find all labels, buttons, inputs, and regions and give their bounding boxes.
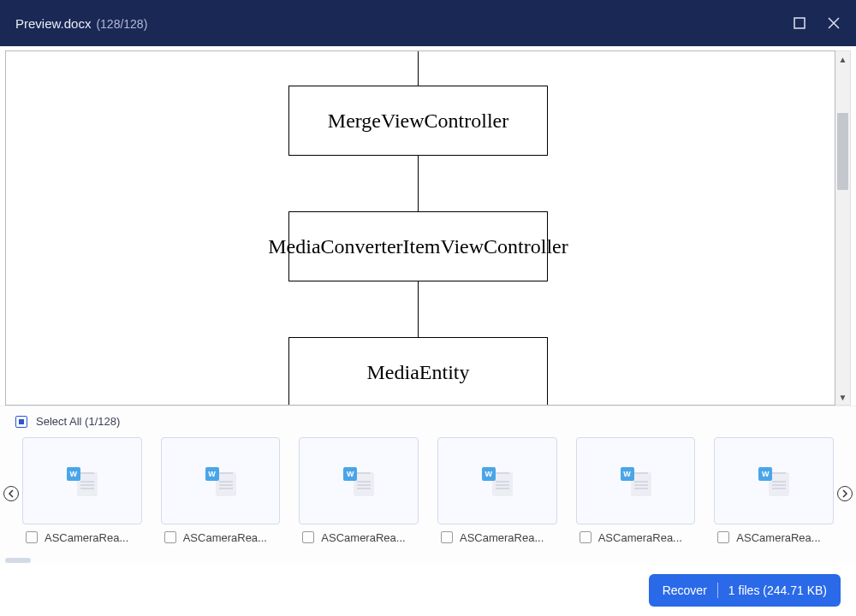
- document-icon: W: [621, 467, 651, 495]
- thumbnail-footer: ASCameraRea...: [714, 524, 834, 551]
- window-controls: [793, 16, 841, 30]
- thumbnail-card[interactable]: W ASCameraRea...: [161, 437, 281, 551]
- maximize-button[interactable]: [793, 16, 806, 30]
- diagram-box-label: MediaEntity: [367, 361, 470, 384]
- thumbnail-footer: ASCameraRea...: [299, 524, 419, 551]
- recover-button[interactable]: Recover 1 files (244.71 KB): [649, 574, 841, 607]
- title-filename: .docx: [61, 16, 92, 31]
- thumbnail-label: ASCameraRea...: [460, 531, 544, 544]
- thumbnail-card[interactable]: W ASCameraRea...: [22, 437, 142, 551]
- document-icon: W: [343, 467, 374, 495]
- recover-button-label: Recover: [663, 583, 707, 597]
- document-preview-area: MergeViewController MediaConverterItemVi…: [0, 46, 856, 406]
- thumbnail-panel: Select All (1/128) W ASCameraRea... W AS…: [0, 406, 856, 565]
- thumbnail-card[interactable]: W ASCameraRea...: [576, 437, 696, 551]
- thumbnail-checkbox[interactable]: [164, 531, 176, 543]
- document-icon: W: [482, 467, 513, 495]
- horizontal-scrollbar[interactable]: [5, 558, 851, 563]
- thumbnail-label: ASCameraRea...: [736, 531, 820, 544]
- thumbnail-label: ASCameraRea...: [321, 531, 405, 544]
- footer-bar: Recover 1 files (244.71 KB): [0, 565, 856, 616]
- chevron-right-icon: [841, 489, 848, 498]
- thumbnail-card[interactable]: W ASCameraRea...: [299, 437, 419, 551]
- thumbnail-footer: ASCameraRea...: [437, 524, 557, 551]
- recover-file-info: 1 files (244.71 KB): [728, 583, 827, 597]
- scroll-up-icon[interactable]: ▲: [835, 51, 850, 67]
- document-icon: W: [67, 467, 98, 495]
- thumbnail-preview: W: [576, 437, 696, 524]
- thumbnail-preview: W: [299, 437, 419, 524]
- thumbnail-checkbox[interactable]: [441, 531, 453, 543]
- thumbnail-footer: ASCameraRea...: [576, 524, 696, 551]
- thumbnail-card[interactable]: W ASCameraRea...: [437, 437, 557, 551]
- select-all-row: Select All (1/128): [0, 406, 856, 429]
- scroll-down-icon[interactable]: ▼: [835, 389, 850, 405]
- title-prefix: Preview: [15, 16, 61, 31]
- title-counter: (128/128): [96, 17, 147, 31]
- horizontal-scroll-thumb[interactable]: [5, 558, 31, 563]
- document-icon: W: [758, 467, 789, 495]
- thumbnail-checkbox[interactable]: [302, 531, 314, 543]
- document-page: MergeViewController MediaConverterItemVi…: [5, 50, 835, 406]
- thumbnail-label: ASCameraRea...: [183, 531, 267, 544]
- diagram-box-1: MergeViewController: [288, 86, 548, 156]
- chevron-left-icon: [8, 489, 15, 498]
- vertical-scrollbar[interactable]: ▲ ▼: [835, 50, 851, 406]
- thumbnail-label: ASCameraRea...: [45, 531, 128, 544]
- thumbnail-footer: ASCameraRea...: [22, 524, 142, 551]
- thumbnail-preview: W: [437, 437, 557, 524]
- scroll-thumb[interactable]: [837, 113, 848, 190]
- next-page-button[interactable]: [837, 486, 853, 501]
- thumbnail-checkbox[interactable]: [717, 531, 729, 543]
- thumbnail-preview: W: [22, 437, 142, 524]
- diagram-box-2: MediaConverterItemViewController: [288, 211, 548, 281]
- divider: [717, 583, 718, 598]
- diagram-box-label: MediaConverterItemViewController: [268, 235, 568, 258]
- diagram-box-label: MergeViewController: [328, 110, 508, 133]
- thumbnail-preview: W: [161, 437, 281, 524]
- prev-page-button[interactable]: [3, 486, 19, 501]
- svg-rect-0: [794, 18, 805, 28]
- thumbnail-label: ASCameraRea...: [598, 531, 682, 544]
- window-title: Preview.docx (128/128): [15, 16, 147, 31]
- select-all-label: Select All (1/128): [36, 415, 120, 428]
- diagram-box-3: MediaEntity: [288, 337, 548, 406]
- select-all-checkbox[interactable]: [15, 416, 27, 428]
- close-button[interactable]: [827, 16, 841, 30]
- diagram-connector: [418, 281, 419, 339]
- diagram-connector: [418, 51, 419, 88]
- thumbnail-checkbox[interactable]: [580, 531, 591, 543]
- thumbnail-card[interactable]: W ASCameraRea...: [714, 437, 834, 551]
- thumbnail-footer: ASCameraRea...: [161, 524, 281, 551]
- title-bar: Preview.docx (128/128): [0, 0, 856, 46]
- document-icon: W: [205, 467, 236, 495]
- diagram: MergeViewController MediaConverterItemVi…: [6, 51, 835, 405]
- thumbnails-row: W ASCameraRea... W ASCameraRea... W ASCa…: [0, 429, 856, 558]
- thumbnail-checkbox[interactable]: [26, 531, 38, 543]
- diagram-connector: [418, 156, 419, 213]
- thumbnail-preview: W: [714, 437, 834, 524]
- thumbnails-container: W ASCameraRea... W ASCameraRea... W ASCa…: [19, 430, 837, 558]
